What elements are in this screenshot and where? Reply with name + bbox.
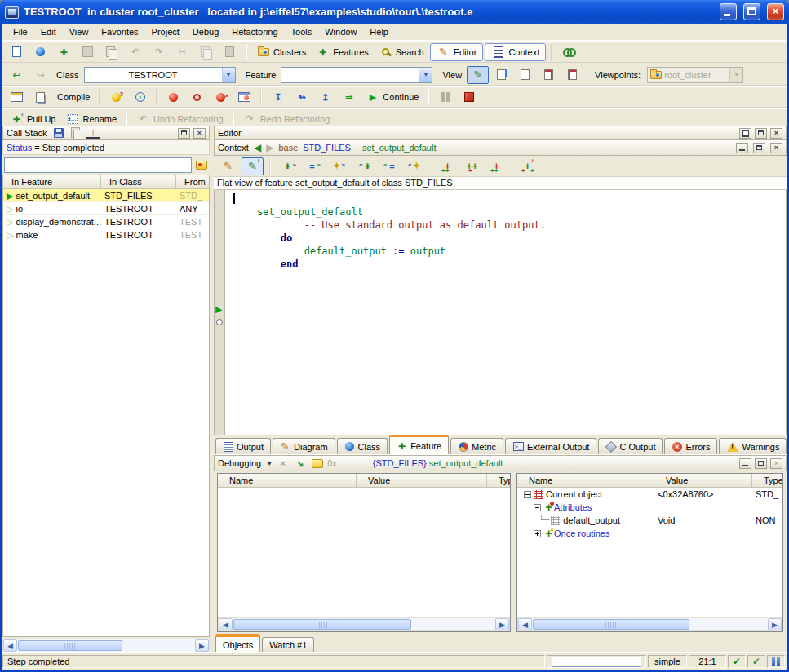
col-from[interactable]: From (176, 175, 209, 188)
locals-empty-area[interactable] (218, 488, 510, 617)
editor-tool-button[interactable]: ✎Editor (430, 43, 484, 61)
new-class-button[interactable]: + (53, 43, 75, 61)
scroll-left-icon[interactable]: ◀ (518, 618, 532, 630)
editor-gutter[interactable]: ▶ (215, 190, 225, 435)
call-stack-hscrollbar[interactable]: ◀ ▶ (2, 639, 210, 652)
callers-button[interactable]: +» (277, 157, 299, 175)
stack-row[interactable]: ▷ io TESTROOT ANY (3, 202, 209, 215)
feature-combo-arrow-icon[interactable]: ▼ (419, 68, 432, 82)
collapse-icon[interactable] (534, 504, 541, 511)
scroll-right-icon[interactable]: ▶ (195, 639, 209, 652)
menu-window[interactable]: Window (318, 24, 363, 39)
step-out-button[interactable]: ↥ (314, 88, 336, 106)
objects-hscrollbar[interactable]: ◀ ▶ (517, 617, 782, 631)
open-button[interactable] (29, 43, 51, 61)
view-flat-button[interactable] (538, 66, 560, 84)
call-stack-maximize-icon[interactable] (178, 128, 190, 139)
object-row-attributes[interactable]: +Attributes (517, 501, 782, 514)
undo-button[interactable]: ↶ (124, 43, 146, 61)
scroll-right-icon[interactable]: ▶ (768, 618, 782, 630)
crumb-base[interactable]: base (278, 143, 298, 153)
debugging-minimize-icon[interactable] (739, 458, 751, 469)
project-settings-button[interactable] (6, 88, 28, 106)
tab-metric[interactable]: Metric (450, 438, 503, 454)
info-button[interactable]: i (129, 88, 151, 106)
collapse-icon[interactable] (524, 491, 531, 498)
menu-file[interactable]: File (7, 24, 34, 39)
menu-debug[interactable]: Debug (186, 24, 225, 39)
tab-feature[interactable]: +Feature (389, 435, 449, 454)
editor-maximize-icon[interactable] (755, 128, 767, 139)
tab-objects[interactable]: Objects (215, 634, 260, 652)
homonyms-button[interactable]: ++++ (516, 157, 539, 175)
scroll-thumb[interactable] (533, 619, 689, 630)
context-forward-icon[interactable]: ▶ (266, 142, 273, 153)
watch-bubble-icon[interactable] (310, 457, 324, 471)
tab-watch-1[interactable]: Watch #1 (262, 637, 314, 652)
col-in-class[interactable]: In Class (101, 175, 176, 188)
search-button[interactable]: Search (375, 43, 428, 61)
editor-restore-icon[interactable] (739, 128, 751, 139)
debugging-header[interactable]: Debugging ▼ × ↘ 0x {STD_FILES}.set_outpu… (214, 455, 787, 471)
creation-button[interactable]: ✦« (406, 157, 428, 175)
stack-filter-input[interactable] (4, 157, 192, 173)
new-window-button[interactable] (6, 43, 28, 61)
col-name[interactable]: Name (517, 474, 654, 487)
save-stack-icon[interactable] (52, 126, 66, 140)
pause-button[interactable] (434, 88, 456, 106)
history-forward-button[interactable]: ↪ (29, 66, 51, 84)
col-value[interactable]: Value (357, 474, 487, 487)
context-tool-button[interactable]: Context (485, 43, 546, 61)
step-over-button[interactable]: ↬ (290, 88, 312, 106)
continue-button[interactable]: ▶Continue (361, 88, 423, 106)
compile-button[interactable]: Compile (53, 88, 94, 106)
menu-favorites[interactable]: Favorites (95, 24, 144, 39)
exception-bubble-icon[interactable] (194, 158, 208, 172)
copy-button[interactable] (195, 43, 217, 61)
show-breakpoints-button[interactable] (233, 88, 255, 106)
edit-feature-button[interactable]: ✎ (217, 157, 239, 175)
view-contract-button[interactable] (561, 66, 583, 84)
object-tool-icon[interactable]: ↘ (293, 457, 307, 471)
import-stack-icon[interactable]: ↓ (86, 128, 100, 139)
context-close-icon[interactable]: × (770, 143, 782, 153)
maximize-button[interactable] (743, 3, 760, 20)
features-button[interactable]: +Features (312, 43, 372, 61)
editor-header[interactable]: Editor × (214, 126, 787, 140)
assignees-button[interactable]: =« (381, 157, 403, 175)
menu-project[interactable]: Project (145, 24, 186, 39)
code-text[interactable]: set_output_default -- Use standard outpu… (225, 190, 786, 435)
expand-icon[interactable] (534, 530, 541, 537)
viewpoints-combo[interactable]: root_cluster ▼ (647, 67, 743, 83)
call-stack-close-icon[interactable]: × (193, 128, 206, 139)
minimize-button[interactable] (720, 3, 737, 20)
save-all-button[interactable] (100, 43, 122, 61)
col-value[interactable]: Value (654, 474, 752, 487)
debugging-dropdown-icon[interactable]: ▼ (266, 460, 273, 467)
descendant-versions-button[interactable]: +++ (461, 157, 483, 175)
creators-button[interactable]: ✦» (326, 157, 348, 175)
app-icon[interactable] (5, 6, 19, 19)
tab-class[interactable]: Class (337, 438, 388, 454)
scroll-right-icon[interactable]: ▶ (495, 618, 509, 630)
context-minimize-icon[interactable] (736, 143, 748, 153)
class-combo-arrow-icon[interactable]: ▼ (222, 68, 235, 82)
tab-c-output[interactable]: C Output (598, 438, 663, 454)
context-back-icon[interactable]: ◀ (254, 142, 261, 153)
redo-button[interactable]: ↷ (148, 43, 170, 61)
tab-diagram[interactable]: ✎Diagram (273, 438, 335, 454)
col-in-feature[interactable]: In Feature (3, 175, 101, 188)
view-editor-button[interactable]: ✎ (467, 66, 489, 84)
freeze-button[interactable] (29, 88, 51, 106)
object-row-current[interactable]: Current object <0x32A8760> STD_ (517, 488, 782, 501)
col-name[interactable]: Name (218, 474, 357, 487)
step-into-button[interactable]: ↧ (267, 88, 289, 106)
col-type[interactable]: Type (752, 474, 782, 487)
stack-row[interactable]: ▷ make TESTROOT TEST (3, 228, 209, 241)
debugging-close-icon[interactable]: × (770, 458, 782, 469)
debug-close-tool-icon[interactable]: × (276, 457, 290, 471)
scroll-left-icon[interactable]: ◀ (219, 618, 233, 630)
copy-stack-icon[interactable] (69, 126, 83, 140)
object-row-attribute-value[interactable]: └─default_output Void NON (517, 514, 782, 527)
stack-row-current[interactable]: ▶ set_output_default STD_FILES STD_ (3, 189, 209, 202)
